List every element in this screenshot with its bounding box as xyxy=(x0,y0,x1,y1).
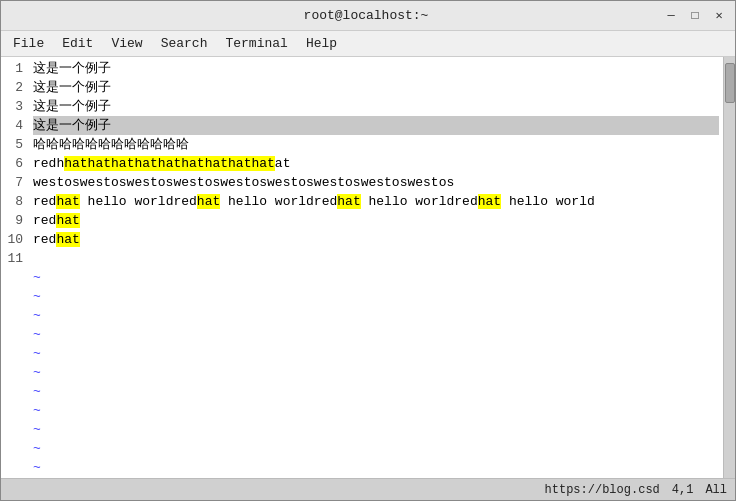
menubar: File Edit View Search Terminal Help xyxy=(1,31,735,57)
tilde-line: ~ xyxy=(33,306,719,325)
tilde-line: ~ xyxy=(33,268,719,287)
menu-terminal[interactable]: Terminal xyxy=(217,34,295,53)
content-area: 1234567891011 这是一个例子这是一个例子这是一个例子这是一个例子哈哈… xyxy=(1,57,735,478)
highlight-match: hathathathathathathathathat xyxy=(64,156,275,171)
scrollbar-thumb[interactable] xyxy=(725,63,735,103)
terminal-window: root@localhost:~ ─ □ ✕ File Edit View Se… xyxy=(0,0,736,501)
menu-file[interactable]: File xyxy=(5,34,52,53)
statusbar: https://blog.csd 4,1 All xyxy=(1,478,735,500)
tilde-line: ~ xyxy=(33,287,719,306)
menu-view[interactable]: View xyxy=(103,34,150,53)
line-number: 7 xyxy=(5,173,23,192)
statusbar-url: https://blog.csd xyxy=(545,483,660,497)
line-number: 11 xyxy=(5,249,23,268)
tilde-line: ~ xyxy=(33,439,719,458)
line-numbers: 1234567891011 xyxy=(1,57,29,478)
line-number: 1 xyxy=(5,59,23,78)
text-line: westoswestoswestoswestoswestoswestoswest… xyxy=(33,173,719,192)
minimize-button[interactable]: ─ xyxy=(663,8,679,24)
scrollbar[interactable] xyxy=(723,57,735,478)
statusbar-right: https://blog.csd 4,1 All xyxy=(545,483,727,497)
window-controls: ─ □ ✕ xyxy=(663,8,727,24)
highlight-match: hat xyxy=(478,194,501,209)
line-number: 3 xyxy=(5,97,23,116)
line-number: 6 xyxy=(5,154,23,173)
text-line: 这是一个例子 xyxy=(33,97,719,116)
text-line xyxy=(33,249,719,268)
tilde-line: ~ xyxy=(33,420,719,439)
tilde-line: ~ xyxy=(33,382,719,401)
tilde-line: ~ xyxy=(33,325,719,344)
text-line: 这是一个例子 xyxy=(33,59,719,78)
line-number: 10 xyxy=(5,230,23,249)
highlight-match: hat xyxy=(56,213,79,228)
editor[interactable]: 1234567891011 这是一个例子这是一个例子这是一个例子这是一个例子哈哈… xyxy=(1,57,723,478)
highlight-match: hat xyxy=(337,194,360,209)
close-button[interactable]: ✕ xyxy=(711,8,727,24)
maximize-button[interactable]: □ xyxy=(687,8,703,24)
statusbar-position: 4,1 xyxy=(672,483,694,497)
line-number: 8 xyxy=(5,192,23,211)
line-number: 5 xyxy=(5,135,23,154)
tilde-line: ~ xyxy=(33,458,719,477)
window-title: root@localhost:~ xyxy=(69,8,663,23)
line-number: 4 xyxy=(5,116,23,135)
tilde-line: ~ xyxy=(33,477,719,478)
text-line: 哈哈哈哈哈哈哈哈哈哈哈哈 xyxy=(33,135,719,154)
text-line: redhat hello worldredhat hello worldredh… xyxy=(33,192,719,211)
highlight-match: hat xyxy=(197,194,220,209)
text-line: redhhathathathathathathathathatat xyxy=(33,154,719,173)
highlight-match: hat xyxy=(56,194,79,209)
line-number: 9 xyxy=(5,211,23,230)
tilde-line: ~ xyxy=(33,363,719,382)
menu-help[interactable]: Help xyxy=(298,34,345,53)
menu-edit[interactable]: Edit xyxy=(54,34,101,53)
text-line: 这是一个例子 xyxy=(33,78,719,97)
text-line: redhat xyxy=(33,230,719,249)
line-number: 2 xyxy=(5,78,23,97)
titlebar: root@localhost:~ ─ □ ✕ xyxy=(1,1,735,31)
highlight-match: hat xyxy=(56,232,79,247)
menu-search[interactable]: Search xyxy=(153,34,216,53)
tilde-line: ~ xyxy=(33,344,719,363)
text-content[interactable]: 这是一个例子这是一个例子这是一个例子这是一个例子哈哈哈哈哈哈哈哈哈哈哈哈redh… xyxy=(29,57,723,478)
tilde-line: ~ xyxy=(33,401,719,420)
text-line: redhat xyxy=(33,211,719,230)
statusbar-mode: All xyxy=(705,483,727,497)
text-line: 这是一个例子 xyxy=(33,116,719,135)
